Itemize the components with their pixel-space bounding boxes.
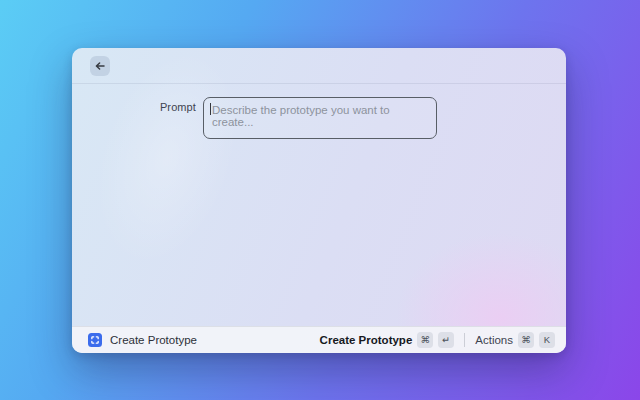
primary-action-label: Create Prototype bbox=[320, 334, 413, 346]
command-identity: Create Prototype bbox=[88, 333, 197, 347]
cmd-key-icon: ⌘ bbox=[417, 332, 433, 348]
statusbar-actions: Create Prototype ⌘ ↵ Actions ⌘ K bbox=[317, 330, 558, 350]
back-button[interactable] bbox=[90, 56, 110, 76]
window-header bbox=[72, 48, 566, 84]
statusbar-divider bbox=[464, 333, 465, 347]
actions-menu-label: Actions bbox=[475, 334, 513, 346]
return-key-icon: ↵ bbox=[438, 332, 454, 348]
actions-menu-button[interactable]: Actions ⌘ K bbox=[472, 330, 558, 350]
command-name-label: Create Prototype bbox=[110, 334, 197, 346]
back-arrow-icon bbox=[94, 60, 106, 72]
primary-action-button[interactable]: Create Prototype ⌘ ↵ bbox=[317, 330, 458, 350]
prompt-textarea[interactable] bbox=[203, 97, 437, 139]
frame-corners-icon bbox=[88, 333, 102, 347]
command-window: Prompt Create Prototype Create Prototype bbox=[72, 48, 566, 353]
cmd-key-icon: ⌘ bbox=[518, 332, 534, 348]
desktop-wallpaper: Prompt Create Prototype Create Prototype bbox=[0, 0, 640, 400]
prompt-field-label: Prompt bbox=[72, 101, 196, 113]
k-key-icon: K bbox=[539, 332, 555, 348]
status-bar: Create Prototype Create Prototype ⌘ ↵ Ac… bbox=[72, 326, 566, 353]
